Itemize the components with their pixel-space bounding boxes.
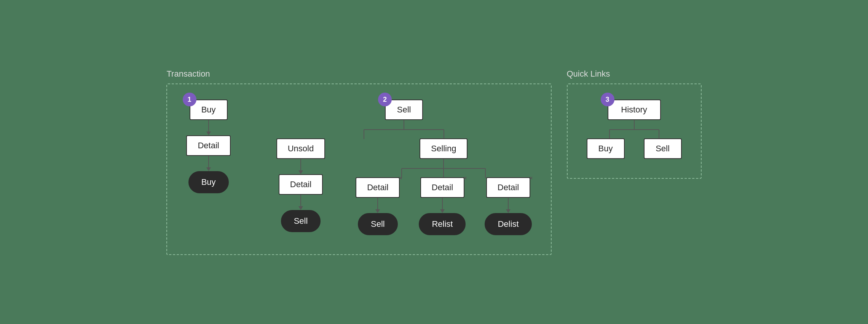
node-leaf-relist[interactable]: Relist [419,213,466,235]
node-unsold[interactable]: Unsold [276,138,325,159]
close-icon-detail-sell[interactable]: × [399,175,402,181]
badge-3: 3 [601,93,614,106]
close-icon-detail-relist[interactable]: × [464,175,467,181]
close-icon-detail-delist[interactable]: × [530,175,533,181]
badge-1: 1 [183,93,196,106]
node-detail-relist[interactable]: Detail × [420,177,464,198]
connector-buy-detail [206,120,211,135]
node-buy-leaf[interactable]: Buy [188,171,229,193]
node-buy-detail[interactable]: Detail [186,135,230,156]
transaction-inner: 1 Buy Detail Buy [186,99,531,235]
node-detail-sell[interactable]: Detail × [356,177,400,198]
branch-selling: Selling [356,138,531,235]
ql-branch-connector [589,120,680,139]
node-leaf-delist[interactable]: Delist [485,213,531,235]
node-selling[interactable]: Selling [420,138,468,159]
tree1-buy: 1 Buy Detail Buy [186,99,230,193]
transaction-box: 1 Buy Detail Buy [166,83,551,255]
connector-detail-buy [206,156,211,171]
sell-branch-connector [337,120,471,139]
quick-links-inner: 3 History Buy Sell [587,99,682,159]
node-ql-sell[interactable]: Sell [644,138,682,159]
quick-links-label: Quick Links [567,69,702,79]
connector-detail-delist [506,198,511,213]
selling-detail-row: Detail × Sell [356,177,531,235]
transaction-section: Transaction 1 Buy Detail [166,69,551,255]
detail-sell: Detail × Sell [356,177,400,235]
quick-links-box: 3 History Buy Sell [567,83,702,179]
detail-delist: Detail × Delist [485,177,531,235]
node-detail-delist[interactable]: Detail × [486,177,530,198]
branch-unsold: Unsold Detail Sell [276,138,325,232]
sell-branches: Unsold Detail Sell [276,138,532,235]
node-unsold-leaf[interactable]: Sell [281,210,321,232]
detail-relist: Detail × Relist [419,177,466,235]
node-ql-buy[interactable]: Buy [587,138,625,159]
badge-2: 2 [378,93,392,106]
connector-detail-relist [440,198,445,213]
node-history-root[interactable]: History [608,99,661,120]
connector-detail-sell [375,198,380,213]
selling-detail-connector [394,159,493,178]
connector-unsold-detail [298,159,303,174]
ql-children: Buy Sell [587,138,682,159]
node-unsold-detail[interactable]: Detail [279,174,323,195]
tree2-sell: 2 Sell [276,99,532,235]
quick-links-section: Quick Links 3 History Buy Sell [567,69,702,179]
node-leaf-sell[interactable]: Sell [358,213,398,235]
connector-unsold-leaf [298,195,303,210]
transaction-label: Transaction [166,69,551,79]
